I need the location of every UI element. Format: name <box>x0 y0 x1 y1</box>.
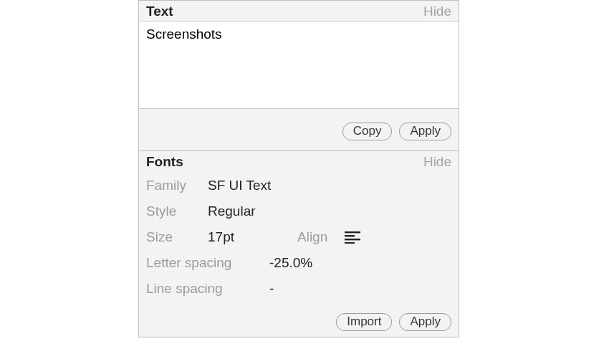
inspector-panel: Text Hide Copy Apply Fonts Hide Family S… <box>138 0 459 337</box>
fonts-section-header: Fonts Hide <box>139 151 459 171</box>
font-size-value[interactable]: 17pt <box>208 229 234 245</box>
letter-spacing-label: Letter spacing <box>146 255 269 271</box>
text-apply-button[interactable]: Apply <box>399 123 451 140</box>
svg-rect-2 <box>345 239 360 240</box>
font-family-row: Family SF UI Text <box>146 173 451 198</box>
text-input-wrap <box>139 21 459 112</box>
text-section-header: Text Hide <box>139 1 459 21</box>
text-input[interactable] <box>139 21 459 109</box>
font-style-row: Style Regular <box>146 198 451 224</box>
fonts-button-row: Import Apply <box>139 306 459 337</box>
line-spacing-label: Line spacing <box>146 281 269 297</box>
fonts-body: Family SF UI Text Style Regular Size 17p… <box>139 171 459 306</box>
align-label: Align <box>297 229 327 245</box>
font-style-value[interactable]: Regular <box>208 203 256 219</box>
text-hide-toggle[interactable]: Hide <box>423 4 451 19</box>
font-family-value[interactable]: SF UI Text <box>208 178 271 193</box>
font-style-label: Style <box>146 203 208 219</box>
import-button[interactable]: Import <box>336 313 392 331</box>
line-spacing-value[interactable]: - <box>269 281 274 297</box>
fonts-apply-button[interactable]: Apply <box>399 313 451 331</box>
letter-spacing-row: Letter spacing -25.0% <box>146 250 451 276</box>
font-family-label: Family <box>146 178 208 193</box>
font-size-row: Size 17pt Align <box>146 224 451 250</box>
copy-button[interactable]: Copy <box>342 123 393 140</box>
svg-rect-0 <box>345 231 360 233</box>
svg-rect-3 <box>345 242 355 244</box>
fonts-hide-toggle[interactable]: Hide <box>423 154 451 170</box>
svg-rect-1 <box>345 235 355 236</box>
text-button-row: Copy Apply <box>139 112 459 151</box>
font-size-label: Size <box>146 229 208 245</box>
text-section-title: Text <box>146 4 173 19</box>
line-spacing-row: Line spacing - <box>146 276 451 302</box>
fonts-section-title: Fonts <box>146 154 183 170</box>
letter-spacing-value[interactable]: -25.0% <box>269 255 312 271</box>
align-left-icon[interactable] <box>345 231 360 244</box>
